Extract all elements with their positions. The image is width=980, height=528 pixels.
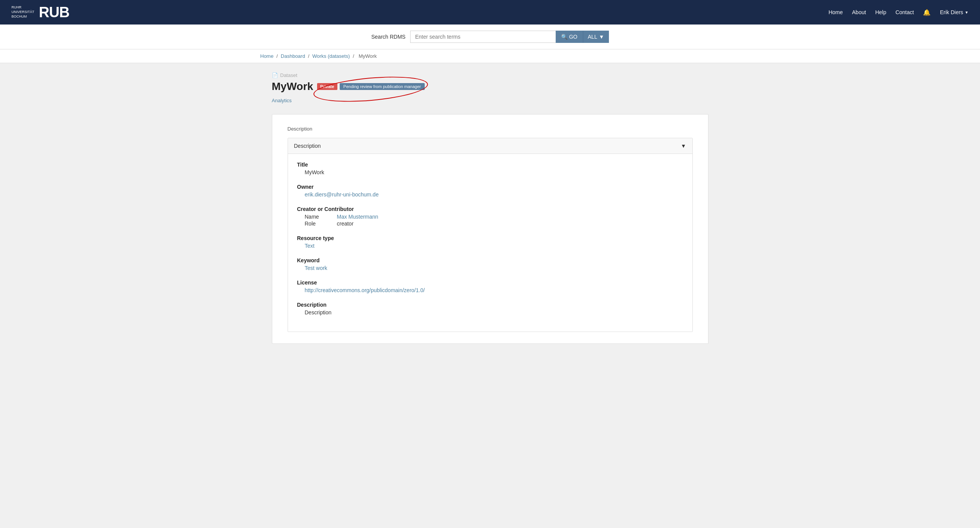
description-section-title: Description — [288, 126, 693, 132]
owner-email-link[interactable]: erik.diers@ruhr-uni-bochum.de — [305, 191, 379, 198]
description-card: Description Description ▼ Title MyWork O… — [272, 114, 708, 344]
breadcrumb-dashboard[interactable]: Dashboard — [281, 53, 305, 59]
breadcrumb: Home / Dashboard / Works (datasets) / My… — [260, 53, 720, 59]
dataset-type-icon: 📄 — [272, 72, 278, 78]
all-caret-icon: ▼ — [599, 34, 604, 40]
dataset-type-label: Dataset — [280, 72, 298, 78]
field-keyword-value: Test work — [297, 265, 683, 271]
logo-abbr: RUB — [39, 5, 69, 20]
logo-line3: BOCHUM — [11, 15, 34, 19]
field-title-value: MyWork — [297, 169, 683, 175]
description-block-label: Description — [294, 143, 321, 149]
breadcrumb-sep2: / — [308, 53, 311, 59]
title-row: MyWork Private Pending review from publi… — [272, 80, 708, 93]
search-bar: Search RDMS 🔍 GO ALL ▼ — [0, 25, 980, 49]
breadcrumb-home[interactable]: Home — [260, 53, 274, 59]
field-owner: Owner erik.diers@ruhr-uni-bochum.de — [297, 184, 683, 198]
field-creator-label: Creator or Contributor — [297, 206, 683, 212]
creator-name-row: Name Max Mustermann — [297, 214, 683, 220]
creator-name-label: Name — [305, 214, 335, 220]
search-wrapper: 🔍 GO ALL ▼ — [410, 31, 609, 43]
badge-pending: Pending review from publication manager — [340, 83, 425, 90]
license-link[interactable]: http://creativecommons.org/publicdomain/… — [305, 287, 425, 293]
search-all-label: ALL — [588, 34, 597, 40]
field-owner-label: Owner — [297, 184, 683, 190]
user-menu[interactable]: Erik Diers ▼ — [940, 9, 969, 15]
main-content: 📄 Dataset MyWork Private Pending review … — [260, 63, 720, 353]
page-title: MyWork — [272, 80, 313, 93]
search-go-label: GO — [569, 34, 578, 40]
field-owner-value: erik.diers@ruhr-uni-bochum.de — [297, 191, 683, 198]
search-go-button[interactable]: 🔍 GO — [556, 31, 583, 43]
field-keyword-label: Keyword — [297, 257, 683, 263]
breadcrumb-bar: Home / Dashboard / Works (datasets) / My… — [0, 49, 980, 63]
keyword-link[interactable]: Test work — [305, 265, 327, 271]
field-license-value: http://creativecommons.org/publicdomain/… — [297, 287, 683, 293]
field-title: Title MyWork — [297, 162, 683, 175]
creator-name-link[interactable]: Max Mustermann — [337, 214, 378, 220]
nav-home[interactable]: Home — [828, 9, 843, 15]
nav-contact[interactable]: Contact — [895, 9, 914, 15]
badges-container: Private Pending review from publication … — [317, 83, 425, 90]
user-name: Erik Diers — [940, 9, 963, 15]
field-description-value: Description — [297, 309, 683, 315]
badge-private: Private — [317, 83, 337, 90]
breadcrumb-works[interactable]: Works (datasets) — [312, 53, 350, 59]
logo-line1: RUHR — [11, 5, 34, 10]
main-nav: Home About Help Contact 🔔 Erik Diers ▼ — [828, 9, 969, 16]
nav-about[interactable]: About — [852, 9, 866, 15]
chevron-down-icon: ▼ — [681, 143, 686, 149]
creator-role-value: creator — [337, 221, 683, 227]
search-input[interactable] — [410, 31, 556, 43]
field-creator: Creator or Contributor Name Max Musterma… — [297, 206, 683, 227]
breadcrumb-sep3: / — [353, 53, 355, 59]
logo-text: RUHR UNIVERSITÄT BOCHUM — [11, 5, 34, 19]
analytics-link[interactable]: Analytics — [272, 98, 292, 103]
dataset-type: 📄 Dataset — [272, 72, 708, 78]
notification-bell-icon[interactable]: 🔔 — [923, 9, 931, 16]
creator-role-row: Role creator — [297, 221, 683, 227]
nav-help[interactable]: Help — [875, 9, 886, 15]
search-icon: 🔍 — [561, 34, 568, 40]
field-license-label: License — [297, 280, 683, 286]
description-block-header[interactable]: Description ▼ — [288, 138, 692, 154]
field-resource-type: Resource type Text — [297, 235, 683, 249]
resource-type-link[interactable]: Text — [305, 243, 315, 249]
description-block: Description ▼ Title MyWork Owner erik.di… — [288, 138, 693, 332]
logo-line2: UNIVERSITÄT — [11, 10, 34, 15]
field-keyword: Keyword Test work — [297, 257, 683, 271]
creator-role-label: Role — [305, 221, 335, 227]
field-license: License http://creativecommons.org/publi… — [297, 280, 683, 293]
creator-name-value: Max Mustermann — [337, 214, 683, 220]
field-description: Description Description — [297, 302, 683, 315]
search-label: Search RDMS — [371, 34, 405, 40]
field-description-label: Description — [297, 302, 683, 308]
header: RUHR UNIVERSITÄT BOCHUM RUB Home About H… — [0, 0, 980, 25]
field-resource-type-label: Resource type — [297, 235, 683, 241]
search-all-button[interactable]: ALL ▼ — [583, 31, 609, 43]
logo: RUHR UNIVERSITÄT BOCHUM RUB — [11, 5, 69, 20]
field-title-label: Title — [297, 162, 683, 168]
user-caret-icon: ▼ — [965, 10, 969, 15]
breadcrumb-sep1: / — [276, 53, 279, 59]
description-content: Title MyWork Owner erik.diers@ruhr-uni-b… — [288, 154, 692, 332]
field-resource-type-value: Text — [297, 243, 683, 249]
breadcrumb-current: MyWork — [358, 53, 376, 59]
